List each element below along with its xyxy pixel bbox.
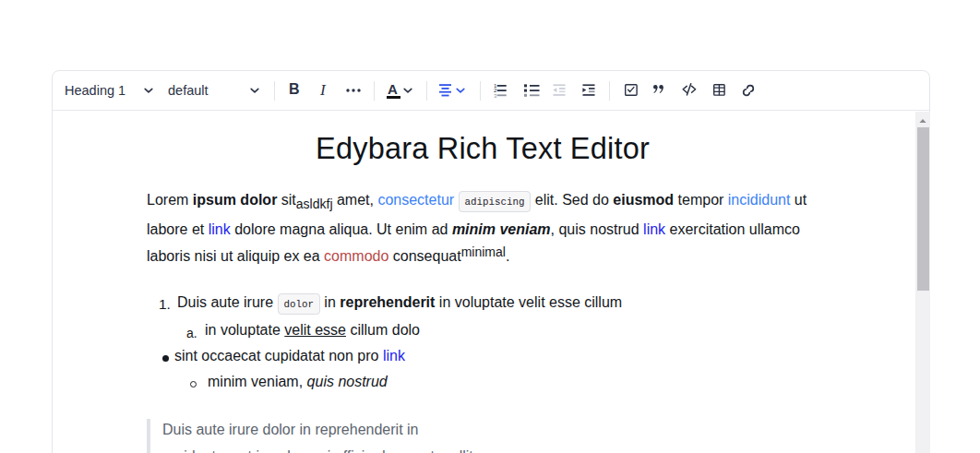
svg-text:3: 3 bbox=[494, 92, 497, 98]
